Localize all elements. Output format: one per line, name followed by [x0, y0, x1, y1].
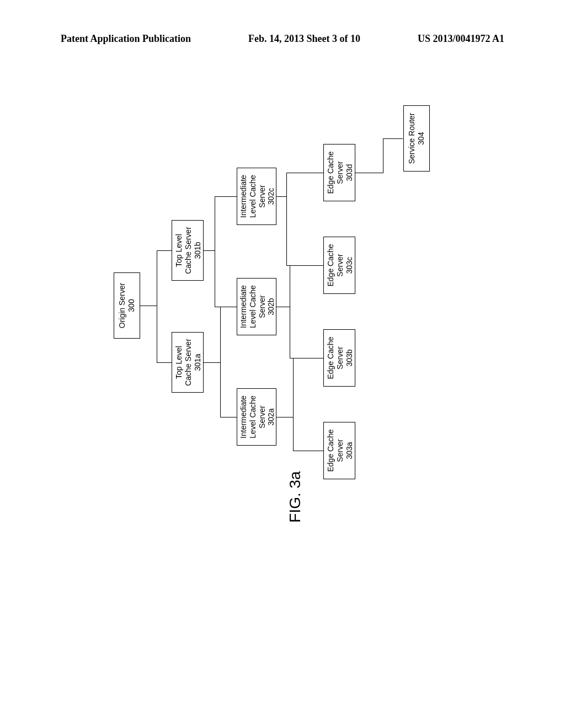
conn — [355, 173, 383, 173]
top-b-l2: Cache Server — [184, 222, 193, 279]
conn — [220, 417, 237, 417]
top-a-l3: 301a — [193, 334, 202, 391]
mid-c-l2: Level Cache — [248, 169, 258, 224]
conn — [215, 196, 215, 307]
mid-c-l1: Intermediate — [239, 169, 248, 224]
conn — [286, 173, 287, 266]
edge-b-node: Edge Cache Server 303b — [323, 329, 355, 387]
mid-a-l4: 302a — [266, 389, 276, 445]
top-b-l1: Top Level — [174, 222, 184, 279]
service-router-node: Service Router 304 — [403, 105, 430, 172]
edge-b-l2: Server — [335, 330, 345, 386]
intermediate-b-node: Intermediate Level Cache Server 302b — [237, 278, 276, 335]
sr-l1: Service Router — [407, 107, 417, 170]
conn — [157, 362, 172, 363]
conn — [215, 307, 220, 307]
origin-server-node: Origin Server 300 — [114, 272, 140, 339]
mid-a-l1: Intermediate — [239, 389, 248, 445]
intermediate-a-node: Intermediate Level Cache Server 302a — [237, 388, 276, 446]
conn — [293, 358, 294, 451]
edge-c-node: Edge Cache Server 303c — [323, 237, 355, 294]
mid-c-l3: Server — [258, 169, 267, 224]
top-a-l1: Top Level — [174, 334, 184, 391]
conn — [220, 307, 221, 417]
conn — [204, 250, 215, 251]
edge-a-l3: 303a — [345, 423, 354, 478]
edge-d-l1: Edge Cache — [326, 145, 335, 200]
mid-a-l2: Level Cache — [248, 389, 258, 445]
conn — [286, 173, 323, 173]
page-header: Patent Application Publication Feb. 14, … — [0, 33, 565, 45]
edge-a-node: Edge Cache Server 303a — [323, 422, 355, 479]
edge-c-l3: 303c — [345, 238, 354, 293]
conn — [286, 265, 290, 266]
mid-b-l3: Server — [258, 279, 267, 334]
origin-l2: 300 — [127, 274, 136, 337]
sr-l2: 304 — [417, 107, 426, 170]
conn — [293, 358, 323, 358]
conn — [293, 451, 323, 451]
edge-c-l2: Server — [335, 238, 345, 293]
edge-b-l3: 303b — [345, 330, 354, 386]
header-left: Patent Application Publication — [61, 33, 191, 45]
top-cache-a-node: Top Level Cache Server 301a — [172, 332, 204, 393]
edge-c-l1: Edge Cache — [326, 238, 335, 293]
conn — [204, 362, 220, 363]
origin-l1: Origin Server — [118, 274, 127, 337]
conn — [215, 196, 237, 197]
mid-b-l1: Intermediate — [239, 279, 248, 334]
conn — [383, 138, 403, 139]
mid-c-l4: 302c — [266, 169, 276, 224]
conn — [383, 138, 383, 173]
diagram: Origin Server 300 Top Level Cache Server… — [83, 121, 469, 507]
header-right: US 2013/0041972 A1 — [418, 33, 504, 45]
intermediate-c-node: Intermediate Level Cache Server 302c — [237, 168, 276, 225]
conn — [276, 417, 293, 417]
edge-d-l3: 303d — [345, 145, 354, 200]
conn — [290, 358, 293, 358]
conn — [220, 307, 237, 307]
conn — [157, 250, 157, 362]
edge-a-l1: Edge Cache — [326, 423, 335, 478]
edge-b-l1: Edge Cache — [326, 330, 335, 386]
top-b-l3: 301b — [193, 222, 202, 279]
mid-b-l2: Level Cache — [248, 279, 258, 334]
edge-d-l2: Server — [335, 145, 345, 200]
conn — [276, 307, 290, 307]
mid-b-l4: 302b — [266, 279, 276, 334]
figure-label: FIG. 3a — [286, 471, 304, 522]
conn — [290, 265, 290, 358]
edge-a-l2: Server — [335, 423, 345, 478]
mid-a-l3: Server — [258, 389, 267, 445]
edge-d-node: Edge Cache Server 303d — [323, 144, 355, 201]
header-center: Feb. 14, 2013 Sheet 3 of 10 — [248, 33, 360, 45]
conn — [276, 196, 286, 197]
top-cache-b-node: Top Level Cache Server 301b — [172, 220, 204, 281]
top-a-l2: Cache Server — [184, 334, 193, 391]
conn — [140, 306, 157, 306]
conn — [290, 265, 323, 266]
conn — [157, 250, 172, 251]
